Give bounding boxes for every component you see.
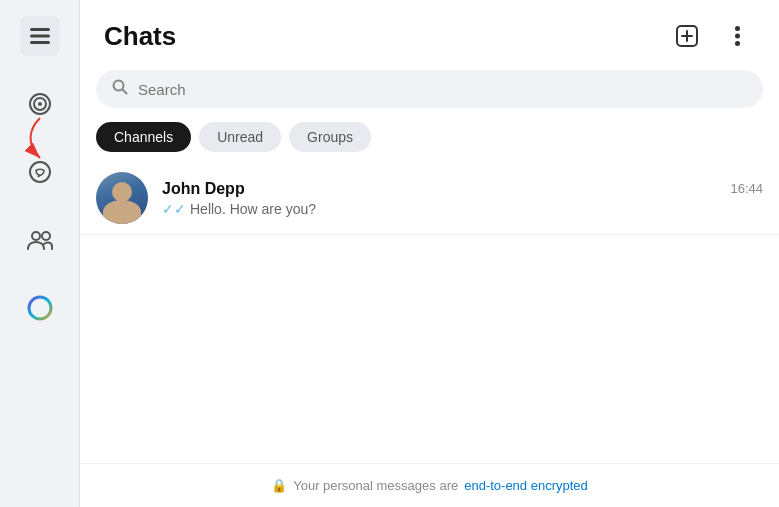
- header-actions: [669, 18, 755, 54]
- sidebar: [0, 0, 80, 507]
- sidebar-icon-circle[interactable]: [20, 288, 60, 328]
- lock-icon: 🔒: [271, 478, 287, 493]
- svg-point-9: [29, 297, 51, 319]
- sidebar-icon-target[interactable]: [20, 84, 60, 124]
- svg-rect-0: [30, 28, 50, 31]
- chat-preview-text: Hello. How are you?: [190, 201, 316, 217]
- svg-point-15: [735, 41, 740, 46]
- chat-preview: ✓✓ Hello. How are you?: [162, 201, 763, 217]
- chat-list: John Depp 16:44 ✓✓ Hello. How are you?: [80, 162, 779, 463]
- chat-name-row: John Depp 16:44: [162, 180, 763, 198]
- encryption-notice: 🔒 Your personal messages are end-to-end …: [80, 463, 779, 507]
- chat-item[interactable]: John Depp 16:44 ✓✓ Hello. How are you?: [80, 162, 779, 235]
- sidebar-icon-menu[interactable]: [20, 16, 60, 56]
- sidebar-icon-groups[interactable]: [20, 220, 60, 260]
- svg-point-13: [735, 26, 740, 31]
- tab-channels[interactable]: Channels: [96, 122, 191, 152]
- sidebar-icon-chat[interactable]: [20, 152, 60, 192]
- avatar: [96, 172, 148, 224]
- svg-rect-1: [30, 35, 50, 38]
- tab-unread[interactable]: Unread: [199, 122, 281, 152]
- new-chat-button[interactable]: [669, 18, 705, 54]
- svg-point-7: [32, 232, 40, 240]
- page-title: Chats: [104, 21, 176, 52]
- main-panel: Chats: [80, 0, 779, 507]
- svg-point-6: [30, 162, 50, 182]
- read-receipt-icon: ✓✓: [162, 201, 186, 217]
- tab-groups[interactable]: Groups: [289, 122, 371, 152]
- svg-point-14: [735, 34, 740, 39]
- filter-tabs: Channels Unread Groups: [80, 118, 779, 162]
- search-input[interactable]: [138, 81, 747, 98]
- encryption-text: Your personal messages are: [293, 478, 458, 493]
- chat-time: 16:44: [730, 181, 763, 196]
- svg-point-5: [38, 102, 42, 106]
- svg-line-17: [123, 90, 127, 94]
- chat-info: John Depp 16:44 ✓✓ Hello. How are you?: [162, 180, 763, 217]
- header: Chats: [80, 0, 779, 66]
- more-options-button[interactable]: [719, 18, 755, 54]
- svg-rect-2: [30, 41, 50, 44]
- svg-point-8: [42, 232, 50, 240]
- encryption-link[interactable]: end-to-end encrypted: [464, 478, 588, 493]
- search-icon: [112, 79, 128, 99]
- search-bar: [96, 70, 763, 108]
- chat-name: John Depp: [162, 180, 245, 198]
